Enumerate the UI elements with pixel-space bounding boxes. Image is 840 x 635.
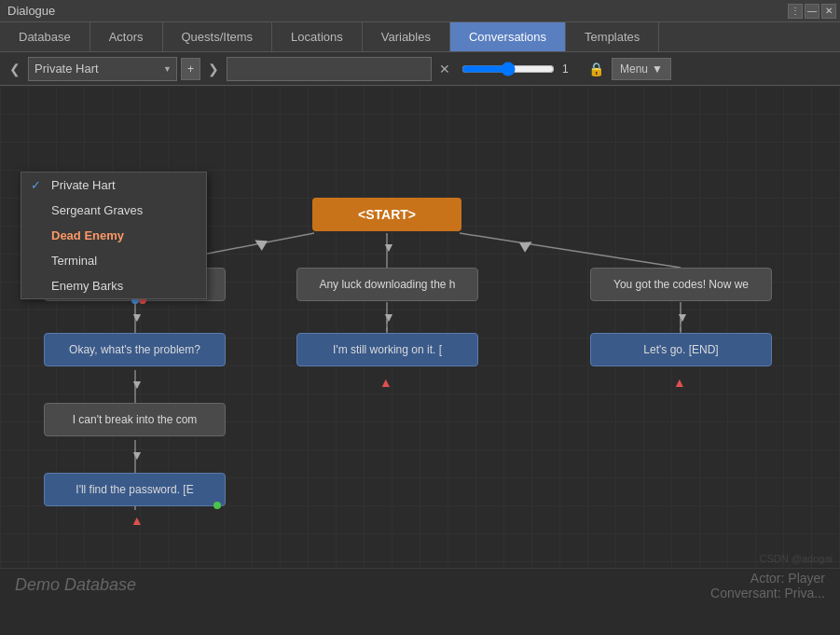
menu-button[interactable]: Menu ▼ [612,58,671,80]
arrow-node3-down: ▼ [676,310,689,324]
nav-right-button[interactable]: ❯ [204,62,223,76]
dropdown-item-dead-enemy[interactable]: Dead Enemy [21,223,206,248]
node-working[interactable]: I'm still working on it. [ [296,333,478,366]
node-problem[interactable]: Okay, what's the problem? [44,333,226,366]
title-bar-controls: ⋮ — ✕ [788,4,836,19]
add-conversation-button[interactable]: + [181,58,200,80]
dropdown-item-label: Terminal [51,254,97,268]
dropdown-item-terminal[interactable]: Terminal [21,248,206,273]
watermark: CSDN @adogai [760,553,833,564]
dropdown-item-sergeant-graves[interactable]: Sergeant Graves [21,198,206,223]
menu-chevron-icon: ▼ [652,62,663,76]
node-working-label: I'm still working on it. [ [333,343,442,356]
node-break[interactable]: I can't break into the com [44,403,226,436]
conversation-dropdown: Private Hart Sergeant Graves Dead Enemy … [21,172,207,299]
arrow-node4-down: ▼ [131,377,144,392]
title-bar-title: Dialogue [7,4,55,18]
dropdown-item-private-hart[interactable]: Private Hart [21,173,206,198]
arrow-node2-down: ▼ [382,310,395,324]
dropdown-item-label: Enemy Barks [51,279,123,293]
node-problem-label: Okay, what's the problem? [69,343,200,356]
close-button[interactable]: ✕ [821,4,836,19]
menu-icon-btn[interactable]: ⋮ [788,4,803,19]
tab-conversations[interactable]: Conversations [450,22,566,51]
tab-quests-items[interactable]: Quests/Items [163,22,273,51]
zoom-slider[interactable] [461,62,555,76]
arrow-node1-down: ▼ [131,310,144,324]
conversation-select[interactable]: Private Hart Sergeant Graves Dead Enemy … [28,57,177,81]
node-codes-label: You got the codes! Now we [613,278,749,291]
arrow-start-left: ▶ [250,233,269,254]
conversation-select-wrapper: Private Hart Sergeant Graves Dead Enemy … [28,57,177,81]
dropdown-item-label: Sergeant Graves [51,203,143,217]
status-demo-database: Demo Database [15,575,136,595]
node-codes[interactable]: You got the codes! Now we [590,268,772,301]
node-password-label: I'll find the password. [E [76,483,193,496]
node-password[interactable]: I'll find the password. [E [44,473,226,506]
node-luck-label: Any luck downloading the h [319,278,455,291]
status-actor: Actor: Player [710,571,825,586]
menu-label: Menu [620,62,648,76]
arrow-node8-up: ▼ [131,515,144,530]
tab-templates[interactable]: Templates [566,22,659,51]
tab-locations[interactable]: Locations [272,22,363,51]
nav-left-button[interactable]: ❮ [6,62,24,76]
node-letsgo-label: Let's go. [END] [643,343,718,356]
status-conversant: Conversant: Priva... [710,586,825,600]
svg-line-2 [460,233,681,268]
status-bar: Demo Database Actor: Player Conversant: … [0,568,840,601]
start-node[interactable]: <START> [312,198,461,231]
node-break-label: I can't break into the com [73,413,198,426]
dropdown-item-enemy-barks[interactable]: Enemy Barks [21,273,206,298]
tab-bar: Database Actors Quests/Items Locations V… [0,22,840,52]
node-luck[interactable]: Any luck downloading the h [296,268,478,301]
arrow-node7-down: ▼ [131,448,144,462]
dropdown-item-label: Private Hart [51,178,116,192]
node-letsgo[interactable]: Let's go. [END] [590,333,772,366]
arrow-node5-up: ▼ [379,377,392,392]
toolbar: ❮ Private Hart Sergeant Graves Dead Enem… [0,52,840,86]
arrow-start-right: ▶ [516,233,535,254]
dropdown-item-label: Dead Enemy [51,228,124,242]
canvas-area: <START> ▶ ▼ ▶ We need to intercept the i… [0,86,840,601]
title-bar: Dialogue ⋮ — ✕ [0,0,840,22]
zoom-value: 1 [562,62,581,76]
start-node-label: <START> [358,207,416,222]
tab-database[interactable]: Database [0,22,90,51]
status-right: Actor: Player Conversant: Priva... [710,571,825,600]
search-clear-button[interactable]: ✕ [435,62,454,76]
arrow-start-center: ▼ [382,240,395,255]
minimize-button[interactable]: — [805,4,819,19]
arrow-node6-up: ▼ [673,377,686,392]
lock-icon[interactable]: 🔒 [585,62,608,76]
search-input[interactable] [227,57,432,81]
tab-actors[interactable]: Actors [90,22,163,51]
tab-variables[interactable]: Variables [363,22,450,51]
